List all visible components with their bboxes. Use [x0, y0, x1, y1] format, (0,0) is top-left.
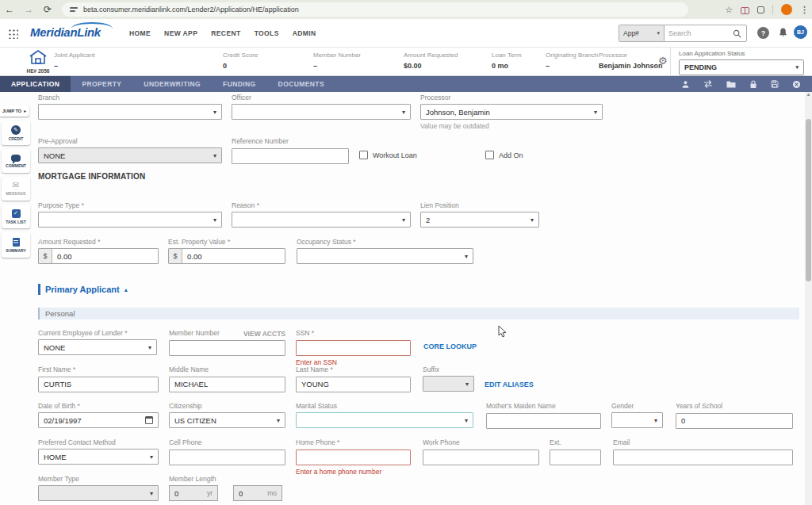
nav-admin[interactable]: ADMIN	[293, 29, 316, 37]
edit-aliases-link[interactable]: EDIT ALIASES	[485, 381, 534, 388]
sidebar-item-summary[interactable]: SUMMARY	[2, 232, 30, 258]
ext-input[interactable]	[550, 450, 601, 465]
tab-funding[interactable]: FUNDING	[212, 76, 267, 92]
sidebar-item-credit[interactable]: ✎ CREDIT	[2, 121, 30, 145]
browser-profile-avatar[interactable]	[781, 4, 792, 15]
field-home-phone: Home Phone * Enter a home phone number	[296, 438, 411, 476]
tab-application[interactable]: APPLICATION	[0, 76, 71, 92]
member-length-years-input[interactable]	[174, 489, 193, 498]
member-length-months: mo	[233, 485, 282, 501]
field-years-of-school: Years of School	[676, 402, 793, 429]
tab-underwriting[interactable]: UNDERWRITING	[132, 76, 212, 92]
field-member-type: Member Type	[38, 475, 159, 501]
close-circle-icon[interactable]	[792, 80, 801, 89]
branch-select[interactable]	[38, 104, 222, 120]
mothers-maiden-name-input[interactable]	[486, 413, 601, 429]
loan-home-block[interactable]: HE# 2056	[21, 49, 56, 74]
folder-icon[interactable]	[726, 80, 736, 88]
suffix-select[interactable]	[423, 376, 474, 392]
extensions-icon[interactable]	[757, 6, 764, 13]
scroll-up-icon[interactable]: ▲	[805, 92, 812, 97]
tab-documents[interactable]: DOCUMENTS	[267, 76, 335, 92]
nav-new-app[interactable]: NEW APP	[164, 29, 197, 37]
member-number-input[interactable]	[169, 340, 285, 356]
app-number-select[interactable]: App#▾	[619, 25, 665, 41]
summary-originating-branch: Originating Branch–	[546, 52, 598, 70]
nav-home[interactable]: HOME	[129, 29, 151, 37]
years-of-school-input[interactable]	[676, 413, 793, 429]
loan-summary-bar: HE# 2056 Joint Applicant– Credit Score0 …	[0, 48, 812, 76]
user-avatar[interactable]: BJ	[794, 25, 807, 39]
est-property-value-input[interactable]	[182, 249, 285, 263]
save-icon[interactable]	[771, 80, 779, 88]
loan-status-label: Loan Application Status	[679, 50, 804, 57]
calendar-icon[interactable]	[145, 416, 153, 424]
browser-menu-icon[interactable]: ⋮	[800, 5, 809, 15]
browser-forward-icon[interactable]: →	[19, 4, 38, 15]
tab-property[interactable]: PROPERTY	[71, 76, 132, 92]
member-length-months-input[interactable]	[239, 489, 258, 498]
address-bar[interactable]: beta.consumer.meridianlink.com/Lender2/A…	[62, 2, 688, 17]
field-suffix: Suffix	[423, 365, 474, 392]
marital-status-select[interactable]	[296, 412, 473, 428]
search-input[interactable]	[665, 29, 733, 37]
reason-select[interactable]	[232, 212, 411, 228]
home-phone-input[interactable]	[296, 450, 411, 465]
current-employee-select[interactable]: NONE	[38, 339, 157, 355]
mortgage-information-heading: MORTGAGE INFORMATION	[38, 172, 145, 181]
lock-icon[interactable]	[749, 80, 757, 89]
tab-group-icon[interactable]	[741, 7, 749, 13]
ssn-input[interactable]	[296, 340, 411, 356]
email-input[interactable]	[613, 450, 793, 465]
preapproval-select[interactable]: NONE	[38, 147, 222, 163]
jump-to-button[interactable]: JUMP TO►	[0, 105, 29, 117]
site-info-icon[interactable]	[70, 6, 78, 13]
date-of-birth-input[interactable]	[44, 416, 145, 425]
nav-tools[interactable]: TOOLS	[255, 29, 279, 37]
sidebar-item-comment[interactable]: COMMENT	[2, 149, 30, 173]
cell-phone-input[interactable]	[169, 450, 285, 465]
reference-number-input[interactable]	[232, 148, 349, 164]
bookmark-star-icon[interactable]: ☆	[725, 5, 733, 15]
browser-back-icon[interactable]: ←	[0, 4, 19, 15]
loan-status-select[interactable]: PENDING▾	[679, 59, 804, 75]
lien-position-select[interactable]: 2	[420, 212, 539, 228]
compare-arrows-icon[interactable]	[703, 80, 713, 88]
amount-requested-input[interactable]	[52, 249, 158, 263]
notifications-bell-icon[interactable]	[778, 27, 788, 41]
applicant-icon[interactable]	[681, 80, 690, 89]
officer-select[interactable]	[232, 104, 411, 120]
gender-select[interactable]	[611, 412, 663, 428]
processor-select[interactable]: Johnson, Benjamin	[420, 104, 603, 120]
search-icon[interactable]	[733, 29, 741, 38]
field-preapproval: Pre-Approval NONE	[38, 137, 222, 163]
core-lookup-link[interactable]: CORE LOOKUP	[423, 342, 477, 350]
member-type-select[interactable]	[38, 485, 159, 501]
view-accts-link[interactable]: VIEW ACCTS	[238, 330, 285, 338]
loan-settings-gear-icon[interactable]: ⚙	[658, 55, 668, 67]
collapse-caret-icon[interactable]: ▴	[124, 286, 128, 293]
nav-recent[interactable]: RECENT	[211, 29, 240, 37]
primary-applicant-header[interactable]: Primary Applicant ▴	[38, 284, 128, 295]
workout-loan-checkbox[interactable]	[359, 151, 368, 159]
add-on-checkbox[interactable]	[485, 151, 494, 159]
sidebar-item-message[interactable]: ✉ MESSAGE	[2, 177, 30, 201]
citizenship-select[interactable]: US CITIZEN	[169, 412, 285, 428]
browser-reload-icon[interactable]: ⟳	[38, 4, 57, 15]
main-nav: HOME NEW APP RECENT TOOLS ADMIN	[129, 19, 316, 48]
purpose-type-select[interactable]	[38, 212, 222, 228]
divider	[772, 5, 773, 14]
work-phone-input[interactable]	[423, 450, 539, 465]
middle-name-input[interactable]	[169, 377, 285, 392]
first-name-input[interactable]	[38, 377, 159, 392]
help-icon[interactable]: ?	[757, 27, 769, 39]
occupancy-status-select[interactable]	[297, 248, 473, 264]
app-grid-icon[interactable]	[8, 29, 18, 39]
meridianlink-app: ← → ⟳ beta.consumer.meridianlink.com/Len…	[0, 0, 812, 505]
field-citizenship: Citizenship US CITIZEN	[169, 402, 285, 428]
scrollbar-thumb[interactable]	[806, 119, 811, 281]
last-name-input[interactable]	[296, 377, 411, 392]
sidebar-item-task-list[interactable]: ✓ TASK LIST	[2, 205, 30, 228]
section-tab-bar: APPLICATION PROPERTY UNDERWRITING FUNDIN…	[0, 76, 812, 92]
preferred-contact-select[interactable]: HOME	[38, 449, 159, 465]
